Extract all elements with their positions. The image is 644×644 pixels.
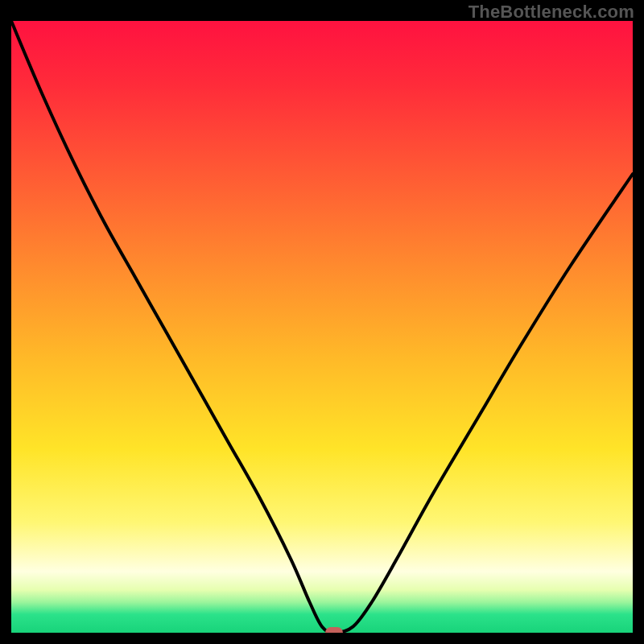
curve-svg	[11, 21, 633, 633]
watermark-text: TheBottleneck.com	[469, 2, 634, 23]
bottleneck-curve	[11, 21, 633, 633]
chart-frame: TheBottleneck.com	[0, 0, 644, 644]
optimum-marker	[325, 627, 343, 633]
plot-area	[11, 21, 633, 633]
